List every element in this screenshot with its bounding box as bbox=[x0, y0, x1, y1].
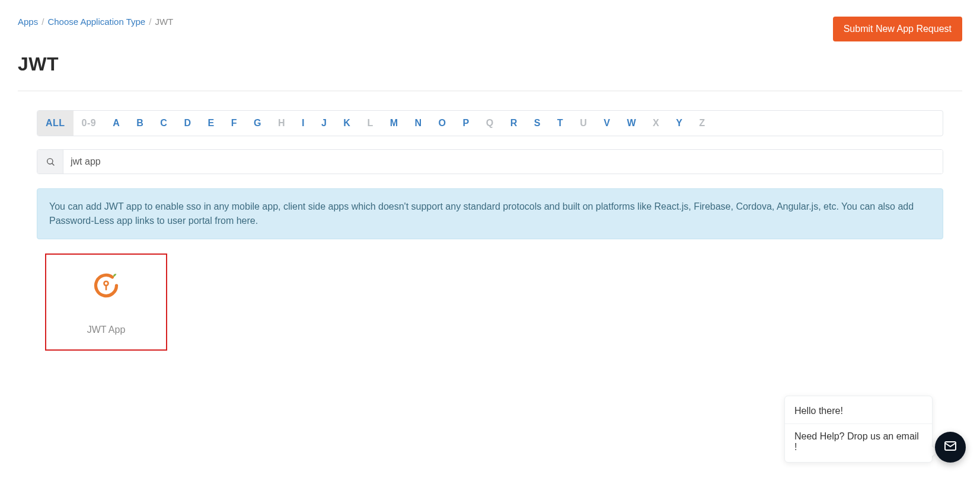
chat-fab-button[interactable] bbox=[935, 432, 966, 463]
app-card-label: JWT App bbox=[87, 325, 126, 335]
alpha-filter-r[interactable]: R bbox=[502, 111, 526, 136]
alpha-filter-u: U bbox=[572, 111, 595, 136]
alpha-filter-l: L bbox=[359, 111, 381, 136]
alpha-filter-s[interactable]: S bbox=[526, 111, 549, 136]
alpha-filter-bar: ALL0-9ABCDEFGHIJKLMNOPQRSTUVWXYZ bbox=[37, 110, 943, 136]
breadcrumb-current: JWT bbox=[155, 17, 173, 27]
alpha-filter-q: Q bbox=[478, 111, 502, 136]
alpha-filter-p[interactable]: P bbox=[455, 111, 478, 136]
app-cards-row: JWT App bbox=[37, 253, 943, 351]
submit-new-app-request-button[interactable]: Submit New App Request bbox=[833, 17, 962, 41]
alpha-filter-o[interactable]: O bbox=[430, 111, 455, 136]
breadcrumb-link-choose-application-type[interactable]: Choose Application Type bbox=[47, 17, 145, 27]
alpha-filter-m[interactable]: M bbox=[382, 111, 407, 136]
alpha-filter-x: X bbox=[644, 111, 668, 136]
chat-line-help: Need Help? Drop us an email ! bbox=[785, 423, 932, 460]
orange-lock-icon bbox=[90, 269, 123, 304]
alpha-filter-n[interactable]: N bbox=[406, 111, 430, 136]
alpha-filter-y[interactable]: Y bbox=[668, 111, 691, 136]
alpha-filter-j[interactable]: J bbox=[313, 111, 335, 136]
mail-icon bbox=[943, 439, 957, 455]
alpha-filter-g[interactable]: G bbox=[245, 111, 270, 136]
svg-line-1 bbox=[52, 163, 54, 165]
alpha-filter-d[interactable]: D bbox=[175, 111, 199, 136]
alpha-filter-h: H bbox=[270, 111, 293, 136]
info-box: You can add JWT app to enable sso in any… bbox=[37, 188, 943, 239]
chat-line-greeting: Hello there! bbox=[785, 399, 932, 423]
app-card-jwt-app[interactable]: JWT App bbox=[45, 253, 167, 351]
alpha-filter-f[interactable]: F bbox=[223, 111, 245, 136]
breadcrumb: Apps / Choose Application Type / JWT bbox=[18, 17, 173, 27]
alpha-filter-k[interactable]: K bbox=[335, 111, 359, 136]
page-title: JWT bbox=[18, 53, 962, 75]
alpha-filter-t[interactable]: T bbox=[549, 111, 572, 136]
search-input[interactable] bbox=[63, 150, 943, 174]
alpha-filter-e[interactable]: E bbox=[199, 111, 222, 136]
alpha-filter-w[interactable]: W bbox=[618, 111, 644, 136]
alpha-filter-a[interactable]: A bbox=[104, 111, 128, 136]
chat-bubble[interactable]: Hello there! Need Help? Drop us an email… bbox=[784, 396, 933, 463]
alpha-filter-c[interactable]: C bbox=[152, 111, 175, 136]
alpha-filter-z: Z bbox=[691, 111, 713, 136]
breadcrumb-link-apps[interactable]: Apps bbox=[18, 17, 38, 27]
alpha-filter-b[interactable]: B bbox=[128, 111, 152, 136]
search-row bbox=[37, 149, 943, 174]
breadcrumb-separator: / bbox=[149, 17, 151, 27]
alpha-filter-all[interactable]: ALL bbox=[37, 111, 74, 136]
alpha-filter-i[interactable]: I bbox=[293, 111, 313, 136]
search-icon bbox=[37, 150, 63, 174]
alpha-filter-v[interactable]: V bbox=[595, 111, 618, 136]
breadcrumb-separator: / bbox=[42, 17, 44, 27]
alpha-filter-0-9: 0-9 bbox=[74, 111, 105, 136]
